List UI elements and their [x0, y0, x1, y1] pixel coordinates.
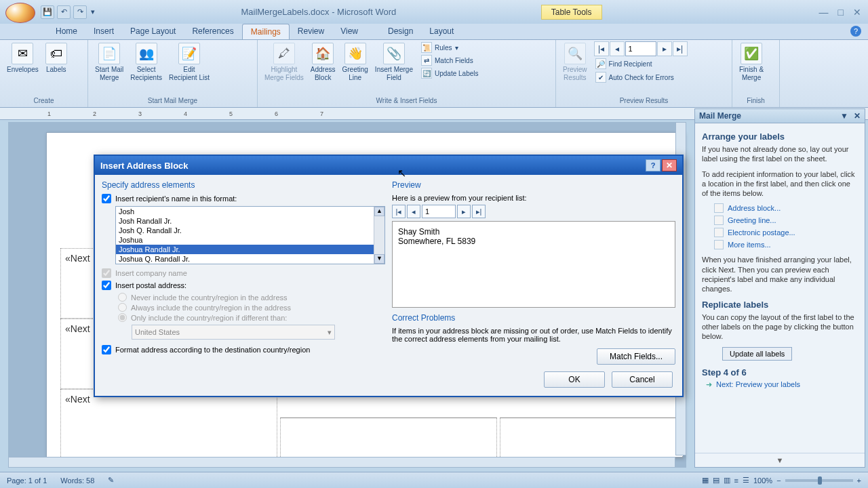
correct-problems-text: If items in your address block are missi…: [392, 327, 675, 343]
tab-mailings[interactable]: Mailings: [242, 24, 290, 39]
word-count[interactable]: Words: 58: [60, 476, 94, 485]
match-fields-button[interactable]: Match Fields...: [597, 348, 675, 365]
tab-references[interactable]: References: [184, 24, 241, 39]
rules-button[interactable]: 📜Rules ▾: [420, 41, 480, 54]
zoom-out-icon[interactable]: −: [776, 476, 781, 485]
dialog-close-icon[interactable]: ✕: [662, 159, 677, 171]
electronic-postage-link[interactable]: Electronic postage...: [714, 228, 858, 237]
page-status[interactable]: Page: 1 of 1: [7, 476, 47, 485]
highlight-merge-fields-button[interactable]: 🖍Highlight Merge Fields: [262, 41, 307, 83]
zoom-slider[interactable]: [785, 479, 853, 482]
ok-button[interactable]: OK: [544, 371, 605, 388]
redo-icon[interactable]: ↷: [73, 5, 87, 19]
more-items-link[interactable]: More items...: [714, 240, 858, 249]
list-item[interactable]: Joshua Q. Randall Jr.: [116, 254, 384, 264]
preview-last-icon[interactable]: ▸|: [472, 205, 486, 218]
record-number-input[interactable]: [625, 41, 656, 56]
tab-home[interactable]: Home: [47, 24, 85, 39]
preview-record-input[interactable]: [422, 205, 456, 218]
preview-results-button[interactable]: 🔍Preview Results: [560, 41, 590, 83]
list-item[interactable]: Josh: [116, 207, 384, 216]
minimize-icon[interactable]: —: [819, 7, 829, 18]
cancel-button[interactable]: Cancel: [612, 371, 673, 388]
correct-problems-heading: Correct Problems: [392, 313, 675, 323]
list-item[interactable]: Josh Q. Randall Jr.: [116, 226, 384, 235]
view-outline-icon[interactable]: ≡: [734, 476, 738, 485]
horizontal-scrollbar[interactable]: [8, 457, 675, 468]
update-all-labels-button[interactable]: Update all labels: [722, 347, 792, 361]
always-country-radio: Always include the country/region in the…: [118, 303, 385, 312]
labels-button[interactable]: 🏷Labels: [43, 41, 70, 75]
save-icon[interactable]: 💾: [41, 5, 54, 19]
preview-first-icon[interactable]: |◂: [392, 205, 406, 218]
insert-merge-field-button[interactable]: 📎Insert Merge Field: [372, 41, 416, 83]
greeting-line-link[interactable]: Greeting line...: [714, 216, 858, 225]
preview-prev-icon[interactable]: ◂: [407, 205, 420, 218]
listbox-scrollbar[interactable]: ▲▼: [374, 207, 384, 264]
update-labels-button[interactable]: 🔄Update Labels: [420, 67, 480, 79]
preview-next-icon[interactable]: ▸: [457, 205, 471, 218]
taskpane-footer-dropdown[interactable]: ▼: [695, 453, 865, 467]
tab-design[interactable]: Design: [380, 24, 421, 39]
scroll-up-icon[interactable]: ▲: [374, 207, 384, 216]
replicate-labels-heading: Replicate labels: [702, 300, 858, 310]
address-block-icon: [714, 203, 724, 213]
select-recipients-button[interactable]: 👥Select Recipients: [127, 41, 165, 83]
label-cell[interactable]: «Next: [60, 389, 277, 460]
taskpane-dropdown-icon[interactable]: ▼: [840, 111, 848, 121]
list-item[interactable]: Joshua: [116, 235, 384, 245]
envelopes-button[interactable]: ✉Envelopes: [4, 41, 41, 75]
list-item[interactable]: Josh Randall Jr.: [116, 216, 384, 226]
label-cell[interactable]: [500, 418, 683, 458]
help-icon[interactable]: ?: [850, 26, 861, 37]
mail-merge-taskpane: Mail Merge ▼✕ Arrange your labels If you…: [694, 108, 865, 468]
qat-dropdown-icon[interactable]: ▾: [90, 5, 96, 19]
insert-postal-checkbox[interactable]: Insert postal address:: [102, 281, 385, 290]
prev-record-icon[interactable]: ◂: [610, 41, 625, 56]
view-full-screen-icon[interactable]: ▤: [713, 476, 719, 485]
finish-merge-button[interactable]: ✅Finish & Merge: [736, 41, 766, 83]
postage-icon: [714, 228, 724, 237]
close-icon[interactable]: ✕: [853, 7, 861, 18]
tab-pagelayout[interactable]: Page Layout: [122, 24, 184, 39]
write-insert-fields-group-label: Write & Insert Fields: [262, 96, 551, 106]
name-format-list[interactable]: Josh Josh Randall Jr. Josh Q. Randall Jr…: [115, 206, 385, 264]
edit-recipient-list-button[interactable]: 📝Edit Recipient List: [166, 41, 212, 83]
start-mail-merge-group-label: Start Mail Merge: [92, 96, 253, 106]
tab-layout[interactable]: Layout: [421, 24, 462, 39]
dialog-titlebar[interactable]: Insert Address Block ? ✕: [95, 156, 682, 175]
taskpane-close-icon[interactable]: ✕: [854, 111, 861, 121]
address-block-link[interactable]: Address block...: [714, 203, 858, 213]
undo-icon[interactable]: ↶: [57, 5, 71, 19]
match-fields-button[interactable]: ⇄Match Fields: [420, 54, 480, 66]
insert-name-checkbox[interactable]: Insert recipient's name in this format:: [102, 194, 385, 203]
start-mail-merge-button[interactable]: 📄Start Mail Merge: [92, 41, 126, 83]
zoom-in-icon[interactable]: +: [857, 476, 861, 485]
scroll-down-icon[interactable]: ▼: [374, 254, 384, 264]
auto-check-errors-button[interactable]: ✔Auto Check for Errors: [594, 71, 688, 83]
tab-insert[interactable]: Insert: [85, 24, 122, 39]
next-arrow-icon: ➜: [706, 380, 712, 389]
dialog-title: Insert Address Block: [100, 161, 189, 171]
next-record-icon[interactable]: ▸: [657, 41, 672, 56]
format-destination-checkbox[interactable]: Format address according to the destinat…: [102, 345, 385, 354]
first-record-icon[interactable]: |◂: [594, 41, 609, 56]
last-record-icon[interactable]: ▸|: [673, 41, 688, 56]
find-recipient-button[interactable]: 🔎Find Recipient: [594, 58, 688, 70]
zoom-level[interactable]: 100%: [753, 476, 772, 485]
dialog-help-icon[interactable]: ?: [646, 159, 660, 171]
view-web-icon[interactable]: ▥: [724, 476, 730, 485]
address-block-button[interactable]: 🏠Address Block: [308, 41, 338, 83]
spellcheck-icon[interactable]: ✎: [108, 476, 114, 485]
table-tools-contextual-tab: Table Tools: [541, 5, 602, 20]
view-print-layout-icon[interactable]: ▦: [702, 476, 709, 485]
list-item-selected[interactable]: Joshua Randall Jr.: [116, 245, 384, 254]
next-step-link[interactable]: ➜Next: Preview your labels: [706, 380, 858, 389]
view-draft-icon[interactable]: ☰: [743, 476, 749, 485]
tab-view[interactable]: View: [332, 24, 366, 39]
office-button[interactable]: [5, 3, 35, 23]
tab-review[interactable]: Review: [290, 24, 332, 39]
greeting-line-button[interactable]: 👋Greeting Line: [340, 41, 371, 83]
maximize-icon[interactable]: □: [838, 7, 844, 18]
label-cell[interactable]: [280, 418, 497, 458]
